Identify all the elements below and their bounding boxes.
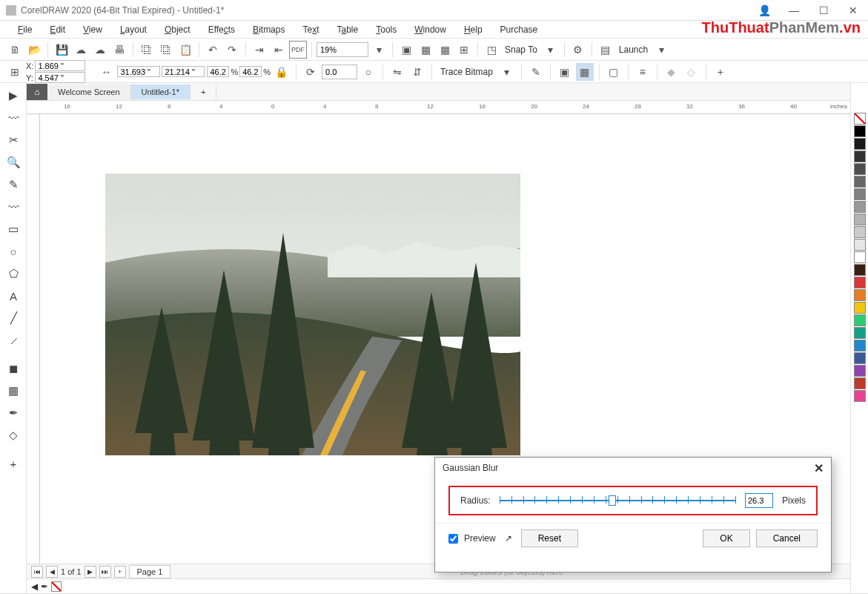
palette-swatch[interactable] [854,340,866,352]
grid-button[interactable]: ▦ [417,41,434,59]
order-back-button[interactable]: ◇ [683,63,700,81]
transparency-tool[interactable]: ▦ [1,380,25,402]
rotation-stepper[interactable]: ○ [360,63,377,81]
redo-button[interactable]: ↷ [223,41,241,59]
palette-swatch[interactable] [854,214,866,225]
maximize-button[interactable]: ☐ [809,0,838,21]
minimize-button[interactable]: — [779,0,809,21]
launch-label[interactable]: Launch [616,44,651,55]
menu-file[interactable]: File [9,22,41,37]
reset-button[interactable]: Reset [521,529,578,547]
rectangle-tool[interactable]: ▭ [1,218,25,240]
palette-swatch[interactable] [854,163,866,175]
snap-toggle-icon[interactable]: ◳ [483,41,500,59]
cloud-down-button[interactable]: ☁ [91,41,109,59]
radius-slider[interactable] [500,494,736,507]
menu-object[interactable]: Object [156,22,199,37]
freehand-tool[interactable]: ✎ [1,174,25,196]
page-last[interactable]: ⏭ [99,566,111,578]
page-add[interactable]: + [114,566,126,578]
undo-button[interactable]: ↶ [204,41,222,59]
width-input[interactable] [117,66,160,77]
scale-y-input[interactable] [239,66,262,77]
connector-tool[interactable]: ⟋ [1,329,25,352]
pick-tool[interactable]: ▶ [1,85,25,107]
radius-input[interactable] [745,493,773,508]
edit-bitmap-button[interactable]: ✎ [527,63,545,81]
guides-button[interactable]: ▦ [436,41,454,59]
fullscreen-button[interactable]: ▣ [397,41,415,59]
text-tool[interactable]: A [1,285,25,307]
zoom-dropdown[interactable]: ▾ [370,41,388,59]
wrap-text-button[interactable]: ▢ [605,63,623,81]
open-button[interactable]: 📂 [25,41,43,59]
palette-swatch[interactable] [854,390,866,402]
menu-table[interactable]: Table [328,22,368,37]
snap-to-label[interactable]: Snap To [502,44,540,55]
preview-checkbox[interactable] [448,534,458,544]
cloud-up-button[interactable]: ☁ [72,41,90,59]
page-next[interactable]: ▶ [85,566,96,578]
rotation-input[interactable] [322,65,357,79]
new-button[interactable]: 🗎 [6,41,24,59]
dialog-close-button[interactable]: ✕ [814,461,824,475]
export-button[interactable]: ⇤ [270,41,288,59]
zoom-tool[interactable]: 🔍 [1,151,25,174]
crop-button[interactable]: ▣ [556,63,574,81]
crop-tool[interactable]: ✂ [1,129,25,151]
resample-button[interactable]: ▦ [576,63,594,81]
dropshadow-tool[interactable]: ◼ [1,357,25,380]
colorbar-nav-left[interactable]: ◀ [31,581,38,592]
palette-swatch[interactable] [854,314,866,326]
ellipse-tool[interactable]: ○ [1,240,25,263]
user-icon[interactable]: 👤 [749,0,779,21]
palette-swatch[interactable] [854,188,866,200]
ok-button[interactable]: OK [703,529,749,547]
order-front-button[interactable]: ◆ [663,63,680,81]
menu-effects[interactable]: Effects [199,22,244,37]
fill-tool[interactable]: ◇ [1,424,25,446]
palette-swatch[interactable] [854,226,866,238]
menu-window[interactable]: Window [405,22,455,37]
preview-window-icon[interactable]: ↗ [502,533,515,544]
pdf-button[interactable]: PDF [289,41,307,59]
trace-dropdown[interactable]: ▾ [498,63,516,81]
palette-swatch[interactable] [854,201,866,213]
menu-purchase[interactable]: Purchase [491,22,547,37]
trace-bitmap-label[interactable]: Trace Bitmap [437,67,496,77]
shape-tool[interactable]: 〰 [1,107,25,129]
x-input[interactable] [35,60,85,71]
scale-x-input[interactable] [207,66,229,77]
home-tab[interactable]: ⌂ [27,84,47,100]
add-tool[interactable]: + [1,452,25,475]
palette-swatch[interactable] [854,289,866,301]
palette-swatch[interactable] [854,365,866,377]
lock-ratio-button[interactable]: 🔒 [273,63,291,81]
palette-swatch[interactable] [854,277,866,288]
launch-icon[interactable]: ▤ [597,41,614,59]
palette-swatch[interactable] [854,302,866,314]
mirror-h-button[interactable]: ⇋ [388,63,406,81]
page-prev[interactable]: ◀ [46,566,58,578]
paste-button[interactable]: ⿻ [157,41,175,59]
menu-edit[interactable]: Edit [41,22,74,37]
copy-button[interactable]: ⿻ [138,41,156,59]
align-button[interactable]: ≡ [634,63,652,81]
palette-nofill[interactable] [854,113,866,125]
polygon-tool[interactable]: ⬠ [1,263,25,285]
snap-dropdown[interactable]: ▾ [542,41,560,59]
menu-text[interactable]: Text [294,22,328,37]
tab-add[interactable]: + [191,85,216,99]
palette-swatch[interactable] [854,264,866,276]
tab-welcome[interactable]: Welcome Screen [47,85,131,99]
zoom-input[interactable] [317,42,368,57]
palette-swatch[interactable] [854,352,866,364]
options-button[interactable]: ⚙ [569,41,587,59]
canvas-image[interactable] [105,174,520,455]
menu-tools[interactable]: Tools [367,22,405,37]
page-tab[interactable]: Page 1 [129,565,171,578]
palette-swatch[interactable] [854,151,866,162]
palette-swatch[interactable] [854,125,866,137]
palette-swatch[interactable] [854,176,866,188]
add-preset-button[interactable]: + [712,63,729,81]
